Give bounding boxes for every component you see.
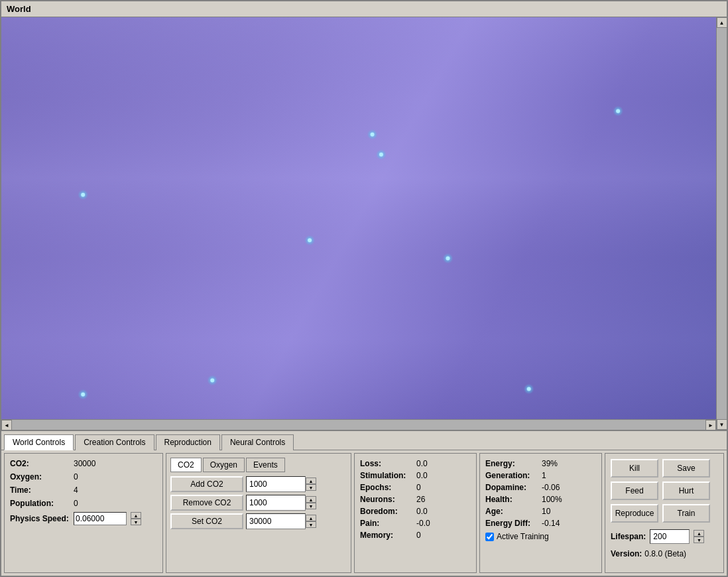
stimulation-label: Stimulation: — [360, 471, 416, 480]
remove-co2-button[interactable]: Remove CO2 — [170, 495, 243, 511]
stimulation-row: Stimulation: 0.0 — [360, 471, 471, 480]
loss-label: Loss: — [360, 459, 416, 468]
scrollbar-horizontal[interactable]: ◄ ► — [1, 419, 716, 430]
version-value: 0.8.0 (Beta) — [644, 549, 686, 558]
hurt-button[interactable]: Hurt — [662, 481, 710, 500]
pain-row: Pain: -0.0 — [360, 519, 471, 528]
world-canvas-container: ▲ ▼ ◄ ► — [1, 17, 727, 430]
lifespan-down[interactable]: ▼ — [694, 537, 704, 543]
remove-co2-row: Remove CO2 ▲ ▼ — [170, 495, 347, 511]
remove-co2-input[interactable] — [246, 495, 306, 511]
world-controls-panel: CO2: 30000 Oxygen: 0 Time: 4 Population:… — [4, 453, 163, 573]
tab-neural-controls[interactable]: Neural Controls — [221, 434, 294, 450]
pain-label: Pain: — [360, 519, 416, 528]
set-co2-down[interactable]: ▼ — [306, 521, 316, 528]
bottom-panel: World Controls Creation Controls Reprodu… — [1, 430, 727, 576]
add-co2-up[interactable]: ▲ — [306, 478, 316, 484]
action-row-3: Reproduce Train — [611, 504, 718, 523]
add-co2-row: Add CO2 ▲ ▼ — [170, 476, 347, 492]
lifespan-label: Lifespan: — [611, 532, 646, 541]
set-co2-input[interactable] — [246, 513, 306, 529]
generation-value: 1 — [542, 471, 546, 480]
version-label: Version: — [611, 549, 642, 558]
scroll-track-v — [717, 28, 727, 419]
active-training-checkbox[interactable] — [485, 533, 494, 541]
add-co2-button[interactable]: Add CO2 — [170, 476, 243, 492]
loss-value: 0.0 — [416, 459, 428, 468]
action-row-1: Kill Save — [611, 459, 718, 478]
energy-row: Energy: 39% — [485, 459, 596, 468]
co2-tab-co2[interactable]: CO2 — [170, 458, 202, 472]
epochs-label: Epochs: — [360, 483, 416, 492]
lifespan-up[interactable]: ▲ — [694, 530, 704, 537]
set-co2-spinner[interactable]: ▲ ▼ — [306, 515, 316, 528]
oxygen-label: Oxygen: — [10, 472, 70, 481]
boredom-row: Boredom: 0.0 — [360, 507, 471, 516]
tab-world-controls[interactable]: World Controls — [4, 434, 74, 450]
scroll-down-btn[interactable]: ▼ — [717, 419, 727, 430]
lifespan-input[interactable] — [650, 529, 690, 544]
set-co2-button[interactable]: Set CO2 — [170, 513, 243, 529]
add-co2-input-wrap: ▲ ▼ — [246, 476, 316, 492]
memory-value: 0 — [416, 531, 421, 540]
reproduce-button[interactable]: Reproduce — [611, 504, 658, 523]
remove-co2-up[interactable]: ▲ — [306, 496, 316, 503]
co2-label: CO2: — [10, 459, 70, 468]
main-window: World ▲ ▼ ◄ ► World Controls Creation Co… — [0, 0, 728, 577]
save-button[interactable]: Save — [662, 459, 710, 478]
title-bar: World — [1, 1, 727, 17]
stats-panel-1: Loss: 0.0 Stimulation: 0.0 Epochs: 0 Neu… — [354, 453, 477, 573]
dopamine-row: Dopamine: -0.06 — [485, 483, 596, 492]
co2-tab-events[interactable]: Events — [246, 458, 285, 472]
energy-diff-row: Energy Diff: -0.14 — [485, 519, 596, 528]
age-value: 10 — [542, 507, 550, 516]
kill-button[interactable]: Kill — [611, 459, 658, 478]
co2-tab-oxygen[interactable]: Oxygen — [203, 458, 245, 472]
scroll-track-h — [12, 420, 705, 430]
physics-speed-down[interactable]: ▼ — [131, 519, 141, 525]
energy-diff-label: Energy Diff: — [485, 519, 542, 528]
epochs-value: 0 — [416, 483, 421, 492]
remove-co2-spinner[interactable]: ▲ ▼ — [306, 496, 316, 509]
tab-creation-controls[interactable]: Creation Controls — [75, 434, 154, 450]
loss-row: Loss: 0.0 — [360, 459, 471, 468]
train-button[interactable]: Train — [662, 504, 710, 523]
time-value: 4 — [74, 485, 78, 495]
set-co2-row: Set CO2 ▲ ▼ — [170, 513, 347, 529]
feed-button[interactable]: Feed — [611, 481, 658, 500]
population-value: 0 — [74, 499, 78, 508]
health-row: Health: 100% — [485, 495, 596, 504]
set-co2-up[interactable]: ▲ — [306, 515, 316, 521]
add-co2-spinner[interactable]: ▲ ▼ — [306, 478, 316, 491]
add-co2-input[interactable] — [246, 476, 306, 492]
physics-speed-spinner[interactable]: ▲ ▼ — [131, 512, 141, 525]
health-value: 100% — [542, 495, 562, 504]
stats-panel-2: Energy: 39% Generation: 1 Dopamine: -0.0… — [479, 453, 602, 573]
oxygen-row: Oxygen: 0 — [10, 472, 157, 481]
tab-reproduction[interactable]: Reproduction — [156, 434, 220, 450]
oxygen-value: 0 — [74, 472, 78, 481]
scroll-right-btn[interactable]: ► — [705, 420, 716, 430]
window-title: World — [7, 4, 31, 14]
energy-value: 39% — [542, 459, 558, 468]
active-training-row: Active Training — [485, 532, 596, 541]
scroll-left-btn[interactable]: ◄ — [1, 420, 12, 430]
set-co2-input-wrap: ▲ ▼ — [246, 513, 316, 529]
epochs-row: Epochs: 0 — [360, 483, 471, 492]
co2-value: 30000 — [74, 459, 95, 468]
time-label: Time: — [10, 485, 70, 495]
scrollbar-vertical[interactable]: ▲ ▼ — [716, 17, 727, 430]
world-canvas[interactable] — [1, 17, 716, 419]
remove-co2-down[interactable]: ▼ — [306, 503, 316, 509]
scroll-up-btn[interactable]: ▲ — [717, 17, 727, 28]
physics-speed-input[interactable] — [74, 512, 127, 525]
energy-diff-value: -0.14 — [542, 519, 560, 528]
generation-label: Generation: — [485, 471, 542, 480]
lifespan-spinner[interactable]: ▲ ▼ — [694, 530, 704, 543]
action-row-2: Feed Hurt — [611, 481, 718, 500]
physics-speed-up[interactable]: ▲ — [131, 512, 141, 519]
lifespan-row: Lifespan: ▲ ▼ — [611, 529, 718, 544]
add-co2-down[interactable]: ▼ — [306, 484, 316, 491]
neurons-row: Neurons: 26 — [360, 495, 471, 504]
action-panel: Kill Save Feed Hurt Reproduce Train Life… — [605, 453, 724, 573]
